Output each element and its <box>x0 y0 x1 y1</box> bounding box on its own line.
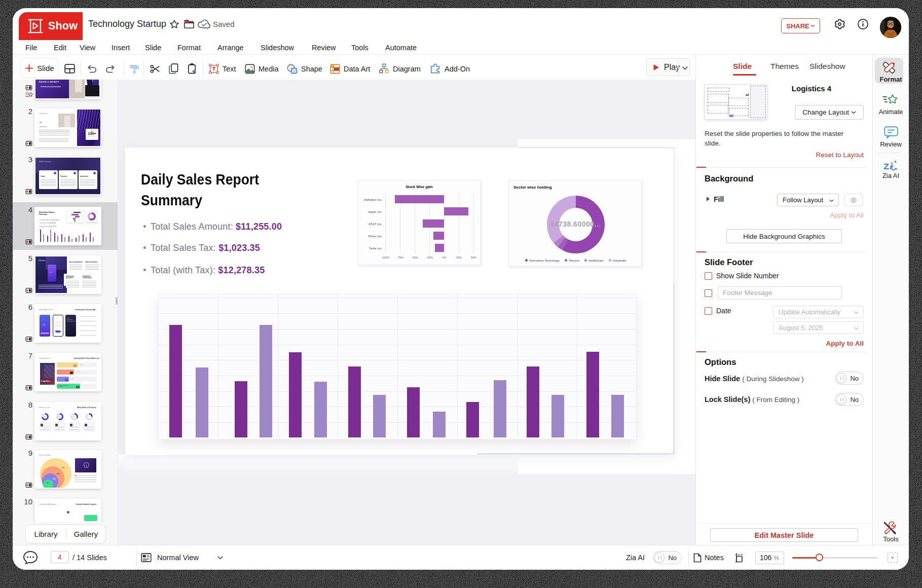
svg-text:-50%: -50% <box>412 256 418 259</box>
svg-text:Alphabet Inc.: Alphabet Inc. <box>364 198 382 201</box>
svg-text:25%: 25% <box>456 256 462 259</box>
svg-text:AT&T Inc.: AT&T Inc. <box>368 222 382 226</box>
svg-text:-75%: -75% <box>397 256 403 259</box>
svg-text:Apple Inc.: Apple Inc. <box>368 210 382 213</box>
svg-text:50%: 50% <box>471 256 476 259</box>
svg-text:-100%: -100% <box>382 256 390 259</box>
svg-text:Pfizer Inc.: Pfizer Inc. <box>368 234 382 238</box>
svg-text:0%: 0% <box>442 256 447 259</box>
svg-text:-25%: -25% <box>426 256 433 259</box>
svg-text:Tesla Inc.: Tesla Inc. <box>369 246 382 250</box>
